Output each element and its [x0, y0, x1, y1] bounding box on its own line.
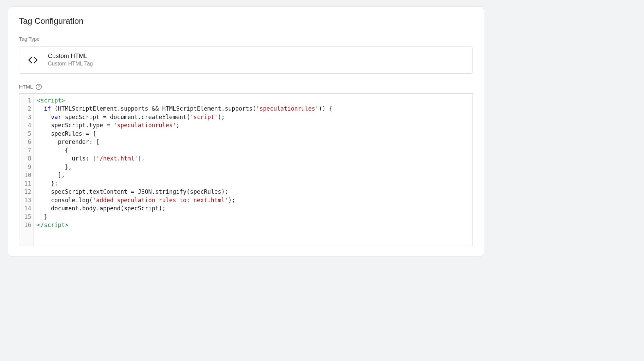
- code-line[interactable]: prerender: [: [37, 138, 469, 146]
- code-line[interactable]: {: [37, 146, 469, 155]
- line-number: 6: [22, 138, 31, 146]
- tag-type-text: Custom HTML Custom HTML Tag: [48, 52, 93, 68]
- line-number-gutter: 12345678910111213141516: [19, 94, 34, 246]
- code-line[interactable]: specScript.textContent = JSON.stringify(…: [37, 188, 469, 196]
- line-number: 9: [22, 163, 31, 171]
- code-line[interactable]: var specScript = document.createElement(…: [37, 113, 469, 121]
- tag-type-title: Custom HTML: [48, 52, 93, 60]
- html-code-editor[interactable]: 12345678910111213141516 <script> if (HTM…: [19, 93, 473, 246]
- code-line[interactable]: if (HTMLScriptElement.supports && HTMLSc…: [37, 104, 469, 113]
- line-number: 3: [22, 113, 31, 121]
- code-line[interactable]: specScript.type = 'speculationrules';: [37, 121, 469, 130]
- line-number: 11: [22, 179, 31, 188]
- help-icon[interactable]: ?: [36, 84, 42, 90]
- code-brackets-icon: [26, 53, 40, 67]
- code-line[interactable]: urls: ['/next.html'],: [37, 154, 469, 163]
- line-number: 1: [22, 96, 31, 105]
- tag-type-subtitle: Custom HTML Tag: [48, 60, 93, 68]
- html-field-label: HTML: [19, 84, 33, 90]
- line-number: 13: [22, 196, 31, 205]
- tag-type-label: Tag Type: [19, 36, 473, 42]
- line-number: 4: [22, 121, 31, 130]
- code-line[interactable]: specRules = {: [37, 130, 469, 138]
- line-number: 12: [22, 188, 31, 196]
- code-line[interactable]: };: [37, 179, 469, 188]
- line-number: 5: [22, 130, 31, 138]
- line-number: 15: [22, 213, 31, 221]
- line-number: 2: [22, 104, 31, 113]
- html-label-row: HTML ?: [19, 84, 473, 90]
- code-content[interactable]: <script> if (HTMLScriptElement.supports …: [34, 94, 472, 246]
- line-number: 8: [22, 154, 31, 163]
- code-line[interactable]: </script>: [37, 221, 469, 229]
- line-number: 16: [22, 221, 31, 229]
- line-number: 14: [22, 204, 31, 213]
- code-line[interactable]: <script>: [37, 96, 469, 105]
- tag-type-selector[interactable]: Custom HTML Custom HTML Tag: [19, 46, 473, 74]
- code-line[interactable]: document.body.append(specScript);: [37, 204, 469, 213]
- code-line[interactable]: console.log('added speculation rules to:…: [37, 196, 469, 205]
- code-line[interactable]: }: [37, 213, 469, 221]
- code-line[interactable]: },: [37, 163, 469, 171]
- tag-configuration-card: Tag Configuration Tag Type Custom HTML C…: [8, 7, 484, 256]
- line-number: 10: [22, 171, 31, 179]
- line-number: 7: [22, 146, 31, 155]
- code-line[interactable]: ],: [37, 171, 469, 179]
- card-title: Tag Configuration: [19, 16, 473, 26]
